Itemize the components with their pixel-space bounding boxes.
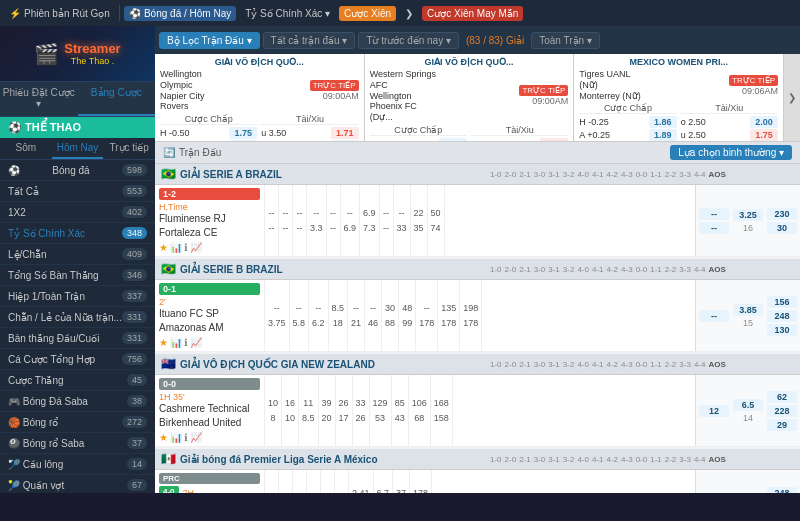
ro-i5[interactable]: 248 [767, 310, 797, 322]
handicap-title-2: Cược Chấp [370, 125, 467, 136]
star-icon-2[interactable]: ★ [159, 337, 168, 348]
stats-icon-3[interactable]: 📊 [170, 432, 182, 443]
a3-val[interactable]: 1.89 [649, 129, 677, 141]
star-icon-3[interactable]: ★ [159, 432, 168, 443]
sidebar-item-cuocthang[interactable]: Cược Thắng 45 [0, 370, 155, 391]
group-header-nz[interactable]: 🇳🇿 GIẢI VÔ ĐỊCH QUỐC GIA NEW ZEALAND 1-0… [155, 354, 800, 375]
tab-phieu-dat-cuoc[interactable]: Phiếu Đặt Cược ▾ [0, 82, 78, 116]
sg8: ---- [380, 185, 394, 256]
sidebar-item-tongso[interactable]: Tổng Số Bàn Thắng 346 [0, 265, 155, 286]
info-icon-2[interactable]: ℹ [184, 337, 188, 348]
tab-tructiep[interactable]: Trực tiếp [103, 138, 155, 159]
1x2-count: 402 [122, 206, 147, 218]
right-odds-ituano: -- 3.85 15 156 248 130 [695, 280, 800, 351]
filter-tat-ca[interactable]: Tất cả trận đấu ▾ [263, 32, 356, 49]
sidebar-item-quanvot[interactable]: 🎾 Quần vợt 67 [0, 475, 155, 493]
h1-tx-val[interactable]: 1.71 [331, 127, 359, 139]
h3-tx-val[interactable]: 2.00 [750, 116, 778, 128]
ro6[interactable]: 30 [767, 222, 797, 234]
ro-i1[interactable]: -- [699, 310, 729, 322]
sidebar-item-tysochinhtxac[interactable]: Tỷ Số Chính Xác 348 [0, 223, 155, 244]
sidebar-item-tatca[interactable]: Tất Cả 553 [0, 181, 155, 202]
odds-card-3-cols: Cược Chấp H -0.25 1.86 A +0.25 1.89 Tài/… [579, 103, 778, 141]
ro-c6[interactable]: 29 [767, 419, 797, 431]
sidebar-item-1x2[interactable]: 1X2 402 [0, 202, 155, 223]
stats-icon-2[interactable]: 📊 [170, 337, 182, 348]
odds-card-2-team2: Wellington Phoenix FC (Dự... [370, 91, 440, 123]
odds-card-1-teams: Wellington Olympic Napier City Rovers TR… [160, 69, 359, 112]
ro3[interactable]: 3.25 [733, 209, 763, 221]
a3-label: A +0.25 [579, 130, 610, 140]
star-icon[interactable]: ★ [159, 242, 168, 253]
info-icon[interactable]: ℹ [184, 242, 188, 253]
sidebar-item-bongda[interactable]: ⚽ Bóng đá 598 [0, 160, 155, 181]
sidebar-item-bantang[interactable]: Bàn thắng Đầu/Cuối 331 [0, 328, 155, 349]
ro-i2[interactable]: 3.85 [733, 304, 763, 316]
odds-next-arrow[interactable]: ❯ [784, 54, 800, 141]
ro-i4[interactable]: 156 [767, 296, 797, 308]
h2-tx-val[interactable]: 1.62 [540, 138, 568, 141]
sg10: 2235 [411, 185, 428, 256]
nav-cuoc-xien-may-man[interactable]: Cược Xiên May Mắn [422, 6, 523, 21]
a1-val[interactable]: 1.96 [229, 140, 257, 141]
filter-tu-truoc[interactable]: Từ trước đến nay ▾ [358, 32, 459, 49]
sg5: ---- [327, 185, 341, 256]
ro-i6[interactable]: 130 [767, 324, 797, 336]
group-header-serieA[interactable]: 🇧🇷 GIẢI SERIE A BRAZIL 1-0 2-0 2-1 3-0 3… [155, 164, 800, 185]
ro5[interactable]: 230 [767, 208, 797, 220]
ro-c2[interactable]: 6.5 [733, 399, 763, 411]
sort-button[interactable]: Lựa chọn binh thường ▾ [670, 145, 792, 160]
ro-t3[interactable]: 248 [767, 487, 797, 493]
group-title-mexico: Giải bóng đá Premier Liga Serie A México [180, 454, 485, 465]
odds-row-h3-tx: o 2.50 2.00 [681, 116, 778, 128]
a1-tx-val[interactable]: 2.00 [331, 140, 359, 141]
h2-val[interactable]: 1.73 [439, 138, 467, 141]
group-title-nz: GIẢI VÔ ĐỊCH QUỐC GIA NEW ZEALAND [180, 359, 485, 370]
filter-bo-loc[interactable]: Bộ Lọc Trận Đấu ▾ [159, 32, 260, 49]
tab-homnay[interactable]: Hôm Nay [52, 138, 104, 159]
odds-row-h3: H -0.25 1.86 [579, 116, 676, 128]
match-time-2min: 2' [159, 297, 260, 307]
info-icon-3[interactable]: ℹ [184, 432, 188, 443]
odds-card-1-time: 09:00AM [310, 91, 359, 101]
team-birkenhead: Birkenhead United [159, 416, 260, 430]
nav-bongda-homnay[interactable]: ⚽ Bóng đá / Hôm Nay [124, 6, 236, 21]
a3-tx-val[interactable]: 1.75 [750, 129, 778, 141]
tab-som[interactable]: Sôm [0, 138, 52, 159]
chart-icon-3[interactable]: 📈 [190, 432, 202, 443]
sidebar-item-bongrosaba[interactable]: 🎱 Bóng rổ Saba 37 [0, 433, 155, 454]
sidebar-item-chanle[interactable]: Chẵn / Lẻ của Nữa trận... 331 [0, 307, 155, 328]
chart-icon[interactable]: 📈 [190, 242, 202, 253]
sidebar-item-cacuoc[interactable]: Cá Cược Tổng Hợp 756 [0, 349, 155, 370]
odds-row-h1: H -0.50 1.75 [160, 127, 257, 139]
sidebar-item-hiep1[interactable]: Hiệp 1/Toàn Trận 337 [0, 286, 155, 307]
ro-c4[interactable]: 62 [767, 391, 797, 403]
h3-val[interactable]: 1.86 [649, 116, 677, 128]
tab-bang-cuoc[interactable]: Bảng Cược [78, 82, 156, 116]
sidebar-item-bongro[interactable]: 🏀 Bóng rổ 272 [0, 412, 155, 433]
top-nav: ⚡ Phiên bản Rút Gọn ⚽ Bóng đá / Hôm Nay … [0, 0, 800, 26]
team-amazonas: Amazonas AM [159, 321, 260, 335]
refresh-icon: 🔄 [163, 147, 175, 158]
sidebar-item-lechan[interactable]: Lệ/Chẵn 409 [0, 244, 155, 265]
sidebar-item-caulong[interactable]: 🏸 Cầu lông 14 [0, 454, 155, 475]
chart-icon-2[interactable]: 📈 [190, 337, 202, 348]
nav-arrow[interactable]: ❯ [400, 6, 418, 21]
nav-dropdown1[interactable]: Tỷ Số Chính Xác ▾ [240, 6, 335, 21]
ro-c1[interactable]: 12 [699, 405, 729, 417]
ro2[interactable]: -- [699, 222, 729, 234]
stats-icon[interactable]: 📊 [170, 242, 182, 253]
group-header-mexico[interactable]: 🇲🇽 Giải bóng đá Premier Liga Serie A Méx… [155, 449, 800, 470]
match-time-1h35: 1H 35' [159, 392, 260, 402]
nav-rut-gon[interactable]: ⚡ Phiên bản Rút Gọn [4, 6, 115, 21]
sidebar-item-bongdasaba[interactable]: 🎮 Bóng Đá Saba 38 [0, 391, 155, 412]
h1-val[interactable]: 1.75 [229, 127, 257, 139]
bongdasaba-count: 38 [127, 395, 147, 407]
nav-cuoc-xien[interactable]: Cược Xiên [339, 6, 396, 21]
group-header-serieB[interactable]: 🇧🇷 GIẢI SERIE B BRAZIL 1-0 2-0 2-1 3-0 3… [155, 259, 800, 280]
ro-c5[interactable]: 228 [767, 405, 797, 417]
filter-toan-tran[interactable]: Toàn Trận ▾ [531, 32, 600, 49]
ro1[interactable]: -- [699, 208, 729, 220]
odds-col-taixiu-3: Tài/Xiu o 2.50 2.00 u 2.50 1.75 [681, 103, 778, 141]
odds-card-2-cols: Cược Chấp H -1.50 1.73 A +1.50 1.98 Tài/… [370, 125, 569, 141]
